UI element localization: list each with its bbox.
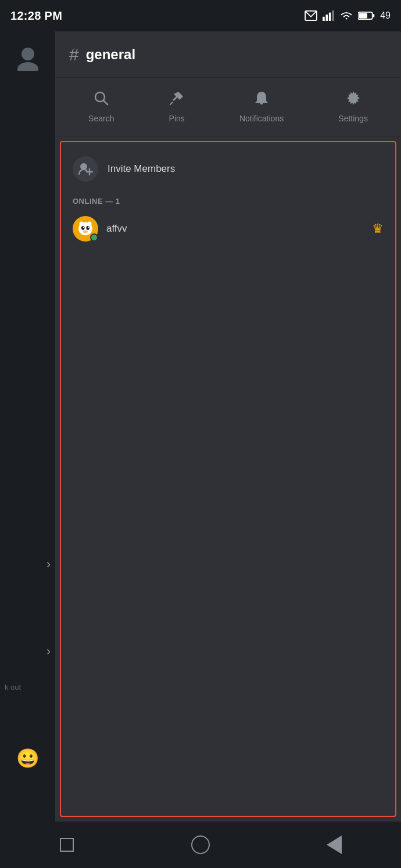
arrow-right-1[interactable]: › [46,557,51,572]
crown-icon: ♛ [372,221,384,236]
pins-label: Pins [169,114,185,123]
toolbar: Search Pins [55,78,401,136]
pin-icon [169,91,184,109]
circle-icon [191,835,210,854]
svg-line-11 [103,100,108,105]
arrow-right-2[interactable]: › [46,644,51,659]
svg-point-23 [80,221,84,226]
svg-point-20 [83,227,84,228]
svg-point-8 [22,48,34,60]
online-status-dot [90,233,98,242]
main-panel: # general Search [55,31,401,822]
left-sidebar: k out › › 😀 [0,31,55,822]
invite-members-row[interactable]: Invite Members [61,148,395,190]
svg-point-21 [88,227,89,228]
email-icon [305,10,317,21]
svg-point-18 [81,226,85,230]
member-row[interactable]: affvv ♛ [61,210,395,247]
svg-rect-4 [332,10,335,21]
gear-icon [346,91,361,109]
nav-bar [0,822,401,868]
notifications-label: Notifications [239,114,284,123]
battery-icon [358,10,375,21]
emoji-icon: 😀 [16,747,40,769]
app-layout: k out › › 😀 # general Search [0,31,401,822]
wifi-icon [339,10,353,21]
svg-rect-7 [373,14,375,17]
channel-hash-icon: # [69,46,79,63]
status-time: 12:28 PM [10,9,62,23]
svg-point-24 [88,221,92,226]
nav-square-button[interactable] [52,830,81,859]
svg-rect-6 [359,13,367,19]
members-area: Invite Members ONLINE — 1 [60,141,396,817]
invite-label: Invite Members [108,163,175,175]
member-name: affvv [106,223,364,235]
status-bar: 12:28 PM 49 [0,0,401,31]
battery-level: 49 [380,10,391,21]
member-avatar-wrapper [73,216,98,242]
nav-home-button[interactable] [186,830,215,859]
svg-line-12 [170,102,173,105]
online-header: ONLINE — 1 [61,190,395,210]
svg-rect-1 [323,17,325,21]
settings-button[interactable]: Settings [327,87,379,127]
user-avatar-icon[interactable] [13,43,42,72]
channel-header: # general [55,31,401,78]
kick-out-label: k out [0,680,26,694]
bell-icon [254,91,269,109]
svg-point-19 [86,226,89,230]
search-label: Search [88,114,114,123]
svg-point-22 [83,230,88,233]
square-icon [60,838,74,852]
status-icons: 49 [305,10,391,21]
triangle-icon [327,835,342,854]
pins-button[interactable]: Pins [157,87,196,127]
nav-back-button[interactable] [320,830,349,859]
svg-point-9 [17,62,38,71]
search-button[interactable]: Search [77,87,126,127]
settings-label: Settings [338,114,368,123]
notifications-button[interactable]: Notifications [228,87,295,127]
svg-rect-3 [329,13,331,21]
svg-rect-2 [326,15,328,21]
channel-name: general [86,46,135,63]
invite-icon [73,156,98,182]
search-icon [94,91,109,109]
signal-icon [322,10,335,21]
